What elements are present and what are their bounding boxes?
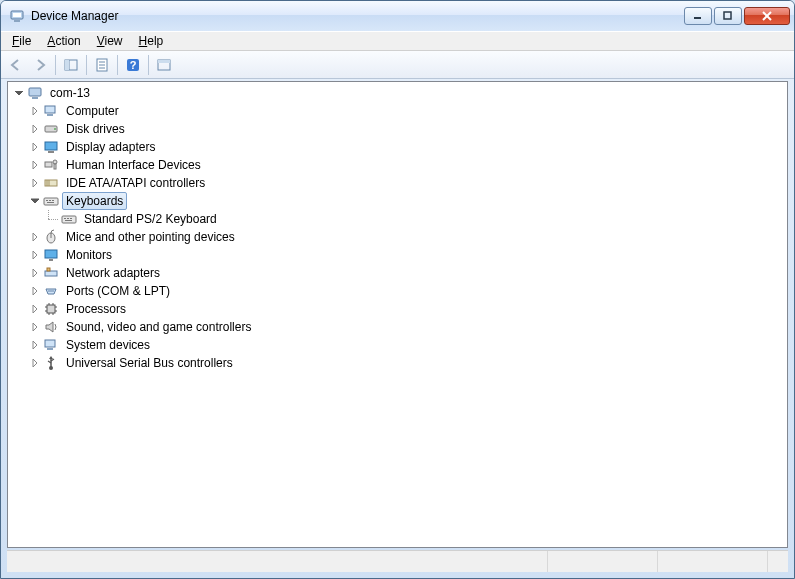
tree-node-ports[interactable]: Ports (COM & LPT) [10, 282, 787, 300]
menu-action[interactable]: Action [40, 33, 87, 49]
toolbar-separator [55, 55, 56, 75]
tree-label: Network adapters [62, 264, 164, 282]
keyboard-icon [43, 193, 59, 209]
close-button[interactable] [744, 7, 790, 25]
tree-node-usb[interactable]: Universal Serial Bus controllers [10, 354, 787, 372]
svg-rect-39 [67, 218, 69, 219]
svg-point-27 [53, 160, 57, 164]
tree-node-processors[interactable]: Processors [10, 300, 787, 318]
svg-rect-4 [724, 12, 731, 19]
svg-rect-41 [65, 220, 72, 221]
maximize-button[interactable] [714, 7, 742, 25]
expander-closed-icon[interactable] [28, 230, 42, 244]
svg-rect-35 [52, 200, 54, 201]
tree-node-network[interactable]: Network adapters [10, 264, 787, 282]
scan-hardware-button[interactable] [153, 54, 175, 76]
tree-label: Universal Serial Bus controllers [62, 354, 237, 372]
tree-node-display-adapters[interactable]: Display adapters [10, 138, 787, 156]
expander-closed-icon[interactable] [28, 122, 42, 136]
forward-button[interactable] [29, 54, 51, 76]
expander-open-icon[interactable] [28, 194, 42, 208]
svg-text:?: ? [130, 59, 137, 71]
expander-closed-icon[interactable] [28, 140, 42, 154]
menubar: File Action View Help [1, 31, 794, 51]
svg-rect-28 [54, 164, 56, 169]
toolbar-separator [148, 55, 149, 75]
svg-rect-44 [45, 250, 57, 258]
usb-icon [43, 355, 59, 371]
tree-node-mice[interactable]: Mice and other pointing devices [10, 228, 787, 246]
titlebar[interactable]: Device Manager [1, 1, 794, 31]
svg-rect-20 [45, 106, 55, 113]
properties-button[interactable] [91, 54, 113, 76]
menu-file[interactable]: File [5, 33, 38, 49]
status-cell [658, 551, 768, 572]
tree-node-keyboards[interactable]: Keyboards [10, 192, 787, 210]
expander-closed-icon[interactable] [28, 266, 42, 280]
toolbar-separator [117, 55, 118, 75]
tree-node-monitors[interactable]: Monitors [10, 246, 787, 264]
minimize-button[interactable] [684, 7, 712, 25]
disk-icon [43, 121, 59, 137]
tree-label: Sound, video and game controllers [62, 318, 255, 336]
svg-rect-34 [49, 200, 51, 201]
monitor-icon [43, 247, 59, 263]
tree-label: Human Interface Devices [62, 156, 205, 174]
mouse-icon [43, 229, 59, 245]
expander-closed-icon[interactable] [28, 302, 42, 316]
svg-point-49 [50, 290, 52, 292]
resize-grip[interactable] [768, 551, 788, 572]
expander-closed-icon[interactable] [28, 104, 42, 118]
svg-point-48 [48, 290, 50, 292]
tree-node-ide[interactable]: IDE ATA/ATAPI controllers [10, 174, 787, 192]
menu-action-label: ction [55, 34, 80, 48]
svg-rect-36 [47, 202, 54, 203]
svg-rect-46 [45, 271, 57, 276]
expander-closed-icon[interactable] [28, 176, 42, 190]
tree-node-keyboard-child[interactable]: Standard PS/2 Keyboard [10, 210, 787, 228]
tree-node-sound[interactable]: Sound, video and game controllers [10, 318, 787, 336]
menu-help[interactable]: Help [132, 33, 171, 49]
svg-rect-9 [65, 60, 69, 70]
svg-rect-19 [32, 97, 38, 99]
tree-node-system[interactable]: System devices [10, 336, 787, 354]
tree-label: Processors [62, 300, 130, 318]
svg-rect-26 [45, 162, 52, 167]
menu-view[interactable]: View [90, 33, 130, 49]
svg-rect-18 [29, 88, 41, 96]
svg-rect-17 [158, 60, 170, 63]
network-icon [43, 265, 59, 281]
back-button[interactable] [5, 54, 27, 76]
menu-file-label: ile [19, 34, 31, 48]
ports-icon [43, 283, 59, 299]
device-tree-pane[interactable]: com-13 Computer Disk drives Display adap… [7, 81, 788, 548]
expander-closed-icon[interactable] [28, 356, 42, 370]
tree-node-disk-drives[interactable]: Disk drives [10, 120, 787, 138]
menu-view-label: iew [105, 34, 123, 48]
help-button[interactable]: ? [122, 54, 144, 76]
expander-open-icon[interactable] [12, 86, 26, 100]
tree-label-selected: Keyboards [62, 192, 127, 210]
expander-closed-icon[interactable] [28, 158, 42, 172]
expander-closed-icon[interactable] [28, 338, 42, 352]
tree-root-label: com-13 [46, 84, 94, 102]
svg-marker-64 [49, 356, 53, 359]
expander-closed-icon[interactable] [28, 320, 42, 334]
tree-root[interactable]: com-13 [10, 84, 787, 102]
expander-closed-icon[interactable] [28, 248, 42, 262]
tree-node-hid[interactable]: Human Interface Devices [10, 156, 787, 174]
show-hide-console-button[interactable] [60, 54, 82, 76]
computer-icon [27, 85, 43, 101]
svg-rect-51 [47, 305, 55, 313]
svg-rect-33 [46, 200, 48, 201]
tree-label: Ports (COM & LPT) [62, 282, 174, 300]
svg-rect-37 [62, 216, 76, 223]
svg-rect-40 [70, 218, 72, 219]
display-adapter-icon [43, 139, 59, 155]
svg-rect-47 [47, 268, 50, 271]
expander-closed-icon[interactable] [28, 284, 42, 298]
menu-help-label: elp [147, 34, 163, 48]
tree-node-computer[interactable]: Computer [10, 102, 787, 120]
svg-rect-25 [48, 151, 54, 153]
tree-label: Standard PS/2 Keyboard [80, 210, 221, 228]
